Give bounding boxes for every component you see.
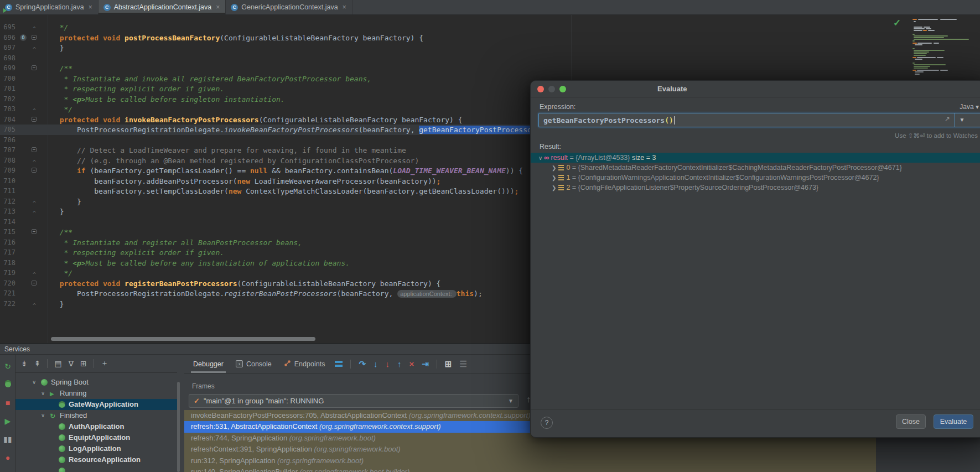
services-tree-item-logapplication[interactable]: LogApplication xyxy=(15,443,177,454)
tab-console[interactable]: ›Console xyxy=(234,355,274,373)
line-number[interactable]: 716 xyxy=(0,237,15,248)
chevron-right-icon[interactable]: ❯ xyxy=(552,165,556,171)
line-number[interactable]: 704 xyxy=(0,115,15,125)
step-out-icon[interactable]: ↑ xyxy=(397,359,402,369)
close-button[interactable]: Close xyxy=(896,414,926,429)
code-line[interactable]: 696−O protected void postProcessBeanFact… xyxy=(0,33,980,43)
services-tree-item[interactable] xyxy=(15,465,177,472)
chevron-right-icon[interactable]: ❯ xyxy=(552,185,556,191)
evaluate-expression-icon[interactable]: ⊞ xyxy=(445,359,452,369)
stack-frame-row[interactable]: refreshContext:391, SpringApplication (o… xyxy=(184,444,876,455)
pause-icon[interactable]: ▮▮ xyxy=(0,433,15,445)
expand-all-icon[interactable]: ⇟ xyxy=(21,359,28,368)
force-step-into-icon[interactable]: ↓ xyxy=(385,359,390,369)
editor-tab[interactable]: CGenericApplicationContext.java× xyxy=(226,0,352,14)
chevron-right-icon[interactable]: ❯ xyxy=(552,175,556,181)
line-number[interactable]: 706 xyxy=(0,135,15,146)
editor-tab[interactable]: CAbstractApplicationContext.java× xyxy=(98,0,226,14)
line-number[interactable]: 697 xyxy=(0,43,15,53)
override-method-icon[interactable]: O xyxy=(20,34,27,41)
fold-icon[interactable]: − xyxy=(32,281,37,286)
step-over-icon[interactable]: ↷ xyxy=(359,359,366,369)
services-tree-item-finished[interactable]: ∨Finished xyxy=(15,410,177,421)
code-line[interactable]: 695^ */ xyxy=(0,22,980,33)
expand-editor-icon[interactable]: ↗ xyxy=(945,115,950,123)
zoom-window-icon[interactable] xyxy=(559,86,566,92)
result-child-row[interactable]: ❯1 = {ConfigurationWarningsApplicationCo… xyxy=(531,173,980,183)
chevron-down-icon[interactable]: ∨ xyxy=(41,410,45,421)
line-number[interactable]: 701 xyxy=(0,84,15,94)
services-tree-item-running[interactable]: ∨Running xyxy=(15,388,177,399)
services-tree-item-equiptapplication[interactable]: EquiptApplication xyxy=(15,432,177,443)
fold-icon[interactable]: − xyxy=(32,65,37,70)
minimize-window-icon[interactable] xyxy=(548,86,555,92)
line-number[interactable]: 698 xyxy=(0,53,15,64)
line-number[interactable]: 700 xyxy=(0,74,15,84)
preview-icon[interactable]: ⊞ xyxy=(80,359,87,368)
line-number[interactable]: 707 xyxy=(0,145,15,155)
thread-selector[interactable]: ✓ "main"@1 in group "main": RUNNING ▼ xyxy=(189,394,518,408)
chevron-down-icon[interactable]: ∨ xyxy=(538,155,544,161)
fold-icon[interactable]: − xyxy=(32,117,37,122)
stop-process-icon[interactable]: ● xyxy=(0,452,15,464)
services-tree-item-authapplication[interactable]: AuthApplication xyxy=(15,421,177,432)
run-to-cursor-icon[interactable]: ⇥ xyxy=(422,359,429,369)
tab-endpoints[interactable]: Endpoints xyxy=(282,355,328,373)
expression-history-dropdown[interactable]: ▼ xyxy=(955,113,969,127)
expression-input[interactable]: getBeanFactoryPostProcessors() xyxy=(538,113,980,127)
result-child-row[interactable]: ❯2 = {ConfigFileApplicationListener$Prop… xyxy=(531,183,980,193)
code-minimap[interactable] xyxy=(908,17,980,81)
chevron-down-icon[interactable]: ∨ xyxy=(41,388,45,399)
line-number[interactable]: 709 xyxy=(0,165,15,176)
group-by-icon[interactable]: ▤ xyxy=(54,359,61,368)
tab-debugger[interactable]: Debugger xyxy=(191,355,226,373)
editor-horizontal-scrollbar[interactable] xyxy=(51,337,315,341)
line-number[interactable]: 699 xyxy=(0,63,15,74)
inspections-ok-icon[interactable]: ✓ xyxy=(893,17,901,29)
close-icon[interactable]: × xyxy=(343,3,346,11)
rerun-icon[interactable]: ↻ xyxy=(0,360,15,372)
line-number[interactable]: 705 xyxy=(0,125,15,135)
evaluate-button[interactable]: Evaluate xyxy=(934,414,973,429)
line-number[interactable]: 696 xyxy=(0,33,15,43)
fold-icon[interactable]: − xyxy=(32,147,37,152)
line-number[interactable]: 695 xyxy=(0,22,15,33)
drop-frame-icon[interactable]: × xyxy=(409,359,414,369)
line-number[interactable]: 721 xyxy=(0,288,15,299)
result-child-row[interactable]: ❯0 = {SharedMetadataReaderFactoryContext… xyxy=(531,163,980,173)
services-tree-item-gatewayapplication[interactable]: GateWayApplication xyxy=(15,399,177,410)
line-number[interactable]: 713 xyxy=(0,206,15,217)
line-number[interactable]: 722 xyxy=(0,299,15,309)
dialog-titlebar[interactable]: Evaluate xyxy=(531,81,980,97)
code-line[interactable]: 698 xyxy=(0,53,980,64)
stack-frame-row[interactable]: run:312, SpringApplication (org.springfr… xyxy=(184,455,876,466)
services-scrollbar[interactable] xyxy=(177,382,180,472)
fold-icon[interactable]: − xyxy=(32,168,37,173)
chevron-down-icon[interactable]: ∨ xyxy=(32,377,36,388)
threads-view-icon[interactable] xyxy=(335,359,343,369)
services-tree-item-resourceapplication[interactable]: ResourceApplication xyxy=(15,454,177,465)
code-line[interactable]: 699− /** xyxy=(0,63,980,74)
services-tree-item-spring boot[interactable]: ∨Spring Boot xyxy=(15,377,177,388)
mute-breakpoints-icon[interactable]: ⊘ xyxy=(0,470,15,472)
close-icon[interactable]: × xyxy=(216,3,220,11)
result-root-row[interactable]: ∨ ∞ result = {ArrayList@4533} size = 3 xyxy=(531,153,980,163)
collapse-all-icon[interactable]: ⇞ xyxy=(34,359,41,368)
line-number[interactable]: 714 xyxy=(0,217,15,227)
close-window-icon[interactable] xyxy=(537,86,544,92)
line-number[interactable]: 720 xyxy=(0,278,15,289)
line-number[interactable]: 719 xyxy=(0,268,15,278)
resume-icon[interactable]: ▶ xyxy=(0,415,15,427)
line-number[interactable]: 718 xyxy=(0,258,15,268)
line-number[interactable]: 710 xyxy=(0,176,15,186)
stack-frame-row[interactable]: run:140, SpringApplicationBuilder (org.s… xyxy=(184,466,876,472)
stop-icon[interactable]: ■ xyxy=(0,397,15,409)
add-service-icon[interactable]: ＋ xyxy=(101,359,108,369)
line-number[interactable]: 702 xyxy=(0,94,15,105)
step-into-icon[interactable]: ↓ xyxy=(374,359,378,369)
fold-icon[interactable]: − xyxy=(32,229,37,234)
line-number[interactable]: 715 xyxy=(0,227,15,237)
editor-tab[interactable]: CSpringApplication.java× xyxy=(0,0,98,14)
filter-icon[interactable]: ∇ xyxy=(69,359,74,368)
fold-end-icon[interactable]: ^ xyxy=(33,300,36,311)
